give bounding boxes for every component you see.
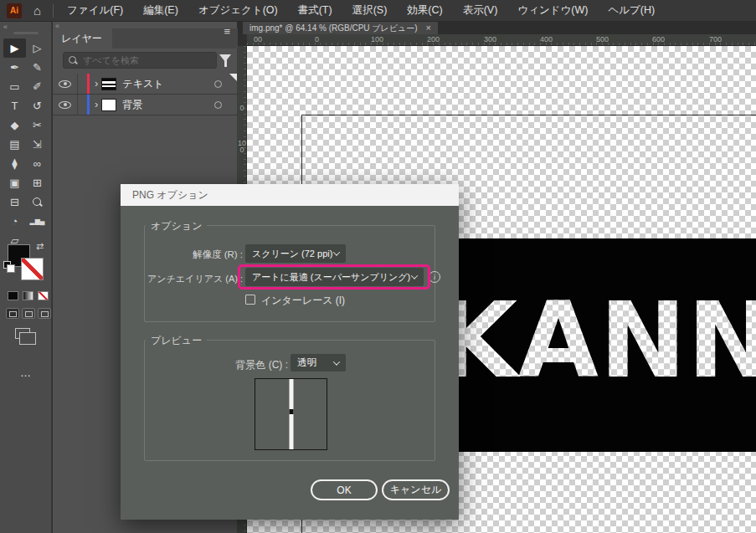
gradient-tool-icon: ▤ (9, 139, 19, 150)
paintbrush-tool-icon: ✐ (33, 81, 42, 92)
eyedropper-tool[interactable]: ⧫ (3, 154, 26, 173)
color-button[interactable] (8, 291, 18, 300)
artboard-tool[interactable]: ⊞ (26, 173, 49, 192)
stroke-color-swatch[interactable] (21, 258, 44, 280)
menu-item-5[interactable]: 効果(C) (407, 3, 442, 18)
gradient-button[interactable] (23, 291, 33, 300)
graph-tool-icon: ▂▆▄ (30, 218, 45, 225)
ok-button[interactable]: OK (311, 479, 378, 500)
menu-item-4[interactable]: 選択(S) (352, 3, 388, 18)
layer-name[interactable]: 背景 (122, 98, 214, 112)
interlace-checkbox[interactable] (245, 295, 255, 305)
menu-item-3[interactable]: 書式(T) (298, 3, 332, 18)
shaper-tool[interactable]: ◔ (3, 212, 26, 231)
knockout-text[interactable]: KANNA (437, 280, 756, 401)
layer-name[interactable]: テキスト (122, 77, 214, 91)
layer-thumbnail[interactable] (101, 78, 116, 90)
selection-corner-indicator (229, 74, 237, 81)
menu-item-0[interactable]: ファイル(F) (67, 3, 123, 18)
ruler-label: 500 (596, 35, 609, 44)
document-tab-bar: img.png* @ 64.14 % (RGB/CPU プレビュー) × (237, 22, 756, 34)
cancel-button[interactable]: キャンセル (382, 479, 450, 500)
filter-icon[interactable] (219, 54, 231, 62)
rotate-tool[interactable]: ↺ (26, 96, 49, 115)
search-input[interactable]: すべてを検索 (63, 52, 217, 69)
default-fill-stroke-icon[interactable] (3, 261, 11, 269)
graph-tool[interactable]: ▂▆▄ (26, 212, 49, 231)
draw-inside-button[interactable] (38, 308, 51, 319)
visibility-cell[interactable] (53, 74, 78, 94)
ruler-label: 0 (238, 105, 246, 111)
illustrator-logo-icon[interactable]: Ai (7, 3, 22, 18)
swap-fill-stroke-icon[interactable]: ⇄ (36, 241, 44, 252)
resolution-dropdown[interactable]: スクリーン (72 ppi) (245, 244, 346, 263)
eye-icon[interactable] (59, 80, 71, 88)
dialog-title-bar[interactable]: PNG オプション (121, 184, 459, 206)
panel-menu-icon[interactable]: ≡ (224, 25, 230, 38)
ruler-corner[interactable] (237, 34, 247, 46)
ruler-label: 400 (540, 35, 553, 44)
symbols-tool[interactable]: ⊟ (3, 192, 26, 212)
paintbrush-tool[interactable]: ✐ (26, 77, 49, 96)
type-tool[interactable]: T (3, 96, 26, 115)
free-transform-tool[interactable]: ⇲ (26, 135, 49, 154)
target-circle-icon[interactable] (214, 80, 222, 88)
menu-item-6[interactable]: 表示(V) (463, 3, 498, 18)
layer-row-0[interactable]: ›テキスト (53, 74, 238, 95)
chevron-down-icon (333, 358, 340, 365)
expand-chevron-icon[interactable]: › (95, 98, 98, 110)
zoom-tool[interactable] (26, 192, 49, 212)
shape-builder-tool[interactable]: ▣ (3, 173, 26, 192)
target-circle-icon[interactable] (214, 101, 222, 109)
drawing-mode-buttons (6, 308, 51, 319)
curvature-tool[interactable]: ✎ (26, 58, 49, 77)
draw-normal-button[interactable] (6, 308, 19, 319)
info-icon[interactable]: i (429, 271, 440, 283)
eye-icon[interactable] (59, 101, 71, 109)
draw-behind-button[interactable] (22, 308, 35, 319)
preview-section-label: プレビュー (146, 334, 207, 348)
menu-item-2[interactable]: オブジェクト(O) (198, 3, 278, 18)
toolbar-drag-handle[interactable] (13, 32, 39, 34)
free-transform-tool-icon: ⇲ (33, 139, 42, 150)
ruler-label: 0 (315, 35, 319, 44)
scissors-tool[interactable]: ✂ (26, 115, 49, 135)
interlace-label: インターレース (I) (261, 294, 345, 308)
layer-list: ›テキスト›背景 (53, 74, 238, 115)
curvature-tool-icon: ✎ (33, 62, 42, 73)
layer-row-1[interactable]: ›背景 (53, 95, 238, 115)
direct-selection-tool-icon: ▷ (33, 43, 42, 54)
shape-builder-tool-icon: ▣ (9, 177, 19, 188)
collapse-toolbar-icon[interactable]: « (3, 23, 8, 31)
menu-item-1[interactable]: 編集(E) (143, 3, 178, 18)
eraser-tool[interactable]: ◆ (3, 115, 26, 135)
pen-tool[interactable]: ✒ (3, 58, 26, 77)
selection-tool[interactable]: ▶ (3, 38, 26, 58)
layers-panel-tab[interactable]: レイヤー (53, 28, 112, 49)
home-icon[interactable]: ⌂ (33, 3, 41, 18)
selection-tool-icon: ▶ (11, 43, 19, 54)
bgcolor-dropdown[interactable]: 透明 (291, 354, 346, 372)
blend-tool[interactable]: ∞ (26, 154, 49, 173)
visibility-cell[interactable] (53, 95, 78, 115)
horizontal-ruler: 000100200300400500600700 (247, 34, 756, 46)
preview-artwork-dot (289, 409, 293, 414)
expand-chevron-icon[interactable]: › (95, 77, 98, 90)
color-type-buttons (8, 291, 49, 300)
none-button[interactable] (38, 291, 49, 300)
gradient-tool[interactable]: ▤ (3, 135, 26, 154)
edit-toolbar-icon[interactable]: … (0, 366, 52, 379)
menu-item-7[interactable]: ウィンドウ(W) (517, 3, 588, 18)
close-tab-icon[interactable]: × (426, 23, 431, 33)
direct-selection-tool[interactable]: ▷ (26, 38, 49, 58)
rectangle-tool-icon: ▭ (9, 81, 19, 92)
eraser-tool-icon: ◆ (11, 120, 19, 131)
screen-mode-icon[interactable] (15, 328, 30, 339)
layer-thumbnail[interactable] (101, 99, 116, 111)
ruler-label: 100 (371, 35, 383, 44)
document-tab[interactable]: img.png* @ 64.14 % (RGB/CPU プレビュー) × (243, 22, 438, 34)
rectangle-tool[interactable]: ▭ (3, 77, 26, 96)
png-options-dialog: PNG オプション オプション 解像度 (R) : スクリーン (72 ppi)… (121, 184, 459, 520)
menu-item-8[interactable]: ヘルプ(H) (608, 3, 655, 18)
blend-tool-icon: ∞ (33, 158, 41, 169)
